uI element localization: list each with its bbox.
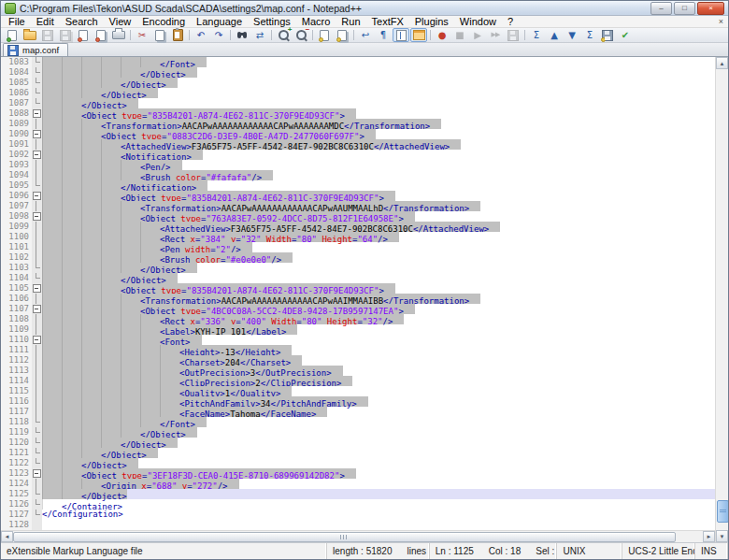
open-file-button[interactable]: [21, 28, 38, 42]
code-line[interactable]: <Transformation>AACAPwAAAAAAAAAAAACAPwAA…: [42, 119, 715, 129]
code-line[interactable]: <Brush color="#e0e0e0"/>: [42, 252, 715, 263]
code-line[interactable]: </Object>: [42, 438, 715, 448]
fold-toggle-icon[interactable]: [32, 211, 42, 222]
menu-search[interactable]: Search: [60, 16, 104, 27]
scroll-left-arrow-icon[interactable]: ◄: [1, 531, 13, 542]
menu-macro[interactable]: Macro: [296, 16, 336, 27]
macro-record-button[interactable]: ●: [434, 28, 450, 42]
menu-window[interactable]: Window: [454, 16, 502, 27]
fold-toggle-icon[interactable]: [32, 468, 42, 479]
fold-toggle-icon[interactable]: [32, 304, 42, 314]
horizontal-scrollbar[interactable]: ◄ ►: [1, 530, 715, 542]
code-line[interactable]: </Container>: [42, 499, 715, 510]
code-line[interactable]: </Object>: [42, 67, 715, 78]
menu-plugins[interactable]: Plugins: [409, 16, 454, 27]
code-line[interactable]: <Quality>1</Quality>: [42, 386, 715, 396]
close-button[interactable]: [75, 28, 92, 42]
code-line[interactable]: <Object type="4BC0C08A-5CC2-4DE8-9428-17…: [42, 304, 715, 314]
macro-stop-button[interactable]: ■: [451, 28, 468, 42]
fold-toggle-icon[interactable]: [32, 150, 42, 160]
code-line[interactable]: <OutPrecision>3</OutPrecision>: [42, 366, 715, 376]
menu-run[interactable]: Run: [336, 16, 365, 27]
code-line[interactable]: <Transformation>AACAPwAAAAAAAAAAAACAPwAA…: [42, 201, 715, 211]
print-button[interactable]: [110, 28, 127, 42]
code-line[interactable]: </Font>: [42, 417, 715, 427]
code-line[interactable]: <Pen width="2"/>: [42, 242, 715, 252]
text-area[interactable]: </Font></Object></Object></Object></Obje…: [42, 57, 715, 530]
macro-run-multiple-button[interactable]: ▶▶: [487, 28, 504, 42]
code-line[interactable]: <Object type="835B4201-A874-4E62-811C-37…: [42, 191, 715, 201]
fold-toggle-icon[interactable]: [32, 108, 42, 119]
macro-save-button[interactable]: [505, 28, 522, 42]
code-line[interactable]: <Object type="0883C2D6-D3E9-4B0E-A47D-24…: [42, 129, 715, 139]
word-wrap-button[interactable]: ↩: [357, 28, 374, 42]
code-line[interactable]: <Pen/>: [42, 160, 715, 170]
menu-file[interactable]: File: [3, 16, 31, 27]
menu-view[interactable]: View: [104, 16, 137, 27]
code-line[interactable]: <AttachedView>F3A65F75-A5FF-4542-84E7-90…: [42, 139, 715, 150]
menu-encoding[interactable]: Encoding: [136, 16, 191, 27]
code-line[interactable]: <PitchAndFamily>34</PitchAndFamily>: [42, 396, 715, 407]
minimize-button[interactable]: –: [650, 2, 672, 15]
code-line[interactable]: <FaceName>Tahoma</FaceName>: [42, 407, 715, 417]
code-line[interactable]: </Object>: [42, 489, 715, 499]
show-all-characters-button[interactable]: ¶: [375, 28, 392, 42]
code-line[interactable]: </Object>: [42, 98, 715, 108]
undo-button[interactable]: ↶: [193, 28, 209, 42]
code-line[interactable]: </Object>: [42, 273, 715, 283]
fold-toggle-icon[interactable]: [32, 129, 42, 139]
scroll-up-arrow-icon[interactable]: ▲: [716, 57, 728, 69]
close-button[interactable]: ×: [697, 2, 724, 15]
code-line[interactable]: </Configuration>: [42, 510, 715, 520]
plugin-go-down-button[interactable]: ▼: [564, 28, 580, 42]
code-line[interactable]: <Object type="835B4201-A874-4E62-811C-37…: [42, 283, 715, 294]
tab-map-conf[interactable]: map.conf: [3, 43, 68, 56]
menu-edit[interactable]: Edit: [31, 16, 60, 27]
plugin-check-button[interactable]: ✔: [617, 28, 634, 42]
macro-play-button[interactable]: ▶: [469, 28, 486, 42]
plugin-go-first-button[interactable]: Σ: [528, 28, 545, 42]
scroll-right-arrow-icon[interactable]: ►: [703, 531, 715, 542]
code-line[interactable]: <Rect x="336" y="400" Width="80" Height=…: [42, 314, 715, 324]
code-line[interactable]: <Origin x="688" y="272"/>: [42, 479, 715, 489]
plugin-go-up-button[interactable]: ▲: [546, 28, 563, 42]
save-button[interactable]: [39, 28, 56, 42]
code-line[interactable]: <Object type="3EF18F3D-CEA0-415E-8710-68…: [42, 468, 715, 479]
sync-horizontal-scroll-button[interactable]: [334, 28, 350, 42]
code-line[interactable]: <Height>-13</Height>: [42, 345, 715, 355]
fold-toggle-icon[interactable]: [32, 283, 42, 294]
user-defined-dialog-button[interactable]: [410, 28, 427, 42]
code-line[interactable]: </Object>: [42, 427, 715, 438]
zoom-out-button[interactable]: −: [293, 28, 309, 42]
menu-textfx[interactable]: TextFX: [366, 16, 409, 27]
code-line[interactable]: <Label>KYH-IP 101</Label>: [42, 324, 715, 335]
sync-vertical-scroll-button[interactable]: [316, 28, 333, 42]
code-line[interactable]: <Object type="763A83E7-0592-4DCC-8D75-81…: [42, 211, 715, 222]
scroll-down-arrow-icon[interactable]: ▼: [716, 530, 728, 542]
paste-button[interactable]: [169, 28, 186, 42]
code-line[interactable]: <Object type="835B4201-A874-4E62-811C-37…: [42, 108, 715, 119]
vertical-scrollbar-thumb[interactable]: [717, 500, 729, 523]
indent-guide-button[interactable]: [393, 28, 409, 42]
code-line[interactable]: </Object>: [42, 78, 715, 88]
close-all-button[interactable]: [93, 28, 109, 42]
code-line[interactable]: </Object>: [42, 263, 715, 273]
code-line[interactable]: <Brush color="#fafafa"/>: [42, 170, 715, 180]
code-line[interactable]: </Object>: [42, 88, 715, 98]
code-line[interactable]: <Notification>: [42, 150, 715, 160]
menu-bar-close-button[interactable]: ×: [719, 16, 723, 27]
code-line[interactable]: <AttachedView>F3A65F75-A5FF-4542-84E7-90…: [42, 222, 715, 232]
code-line[interactable]: <Font>: [42, 335, 715, 345]
maximize-button[interactable]: □: [674, 2, 695, 15]
fold-toggle-icon[interactable]: [32, 191, 42, 201]
plugin-go-last-button[interactable]: Σ: [581, 28, 598, 42]
code-line[interactable]: </Notification>: [42, 180, 715, 191]
vertical-scrollbar[interactable]: ▲ ▼: [715, 57, 728, 542]
redo-button[interactable]: ↷: [210, 28, 227, 42]
code-line[interactable]: <Transformation>AACAPwAAAAAAAAAAAACAPwAA…: [42, 294, 715, 304]
code-line[interactable]: <Rect x="384" y="32" Width="80" Height="…: [42, 232, 715, 242]
plugin-save-button[interactable]: [599, 28, 616, 42]
find-button[interactable]: [234, 28, 250, 42]
cut-button[interactable]: ✂: [134, 28, 150, 42]
menu-help[interactable]: ?: [502, 16, 519, 27]
